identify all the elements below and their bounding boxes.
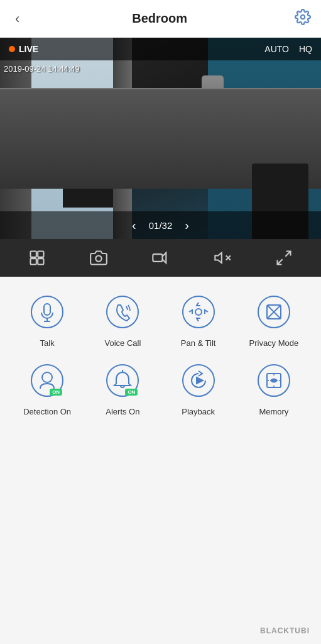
page-title: Bedroom [132,11,187,26]
pan-tilt-button[interactable]: Pan & Tilt [164,292,233,348]
live-right-controls: AUTO HQ [264,44,312,54]
memory-icon-wrap [254,360,294,401]
settings-icon[interactable] [295,9,311,29]
hq-label: HQ [299,44,312,54]
toolbar [0,239,321,277]
pan-tilt-icon-wrap [178,292,219,332]
live-indicator: LIVE [9,44,38,54]
privacy-mode-button[interactable]: Privacy Mode [239,292,308,348]
playback-button[interactable]: Playback [164,360,233,416]
record-button[interactable] [146,244,174,272]
nav-controls: ‹ 01/32 › [0,211,321,239]
fullscreen-button[interactable] [270,244,298,272]
actions-section: Talk Voice Call [0,277,321,426]
svg-rect-3 [31,258,36,264]
memory-button[interactable]: Memory [239,360,308,416]
svg-point-0 [301,14,305,19]
talk-label: Talk [40,338,55,348]
alerts-on-icon-wrap: ON [102,360,143,401]
detection-on-icon-wrap: ON [27,360,67,401]
watermark: BLACKTUBI [260,626,310,635]
snapshot-button[interactable] [85,244,112,272]
svg-line-11 [277,259,282,264]
live-label: LIVE [19,44,38,54]
header: ‹ Bedroom [0,0,321,38]
svg-rect-13 [44,304,50,315]
svg-point-12 [31,296,63,328]
nav-counter: 01/32 [149,220,173,231]
playback-icon-wrap [178,360,219,401]
detection-on-button[interactable]: ON Detection On [13,360,82,416]
prev-button[interactable]: ‹ [132,218,136,233]
camera-feed: LIVE AUTO HQ 2019-09-24 14:44:49 ‹ 01/32… [0,38,321,239]
alerts-on-button[interactable]: ON Alerts On [88,360,157,416]
voice-call-icon-wrap [102,292,143,332]
next-button[interactable]: › [185,218,189,233]
svg-marker-7 [215,253,222,263]
voice-call-button[interactable]: Voice Call [88,292,157,348]
actions-grid: Talk Voice Call [13,292,308,416]
svg-point-18 [195,309,202,315]
svg-rect-2 [38,252,43,257]
svg-line-10 [285,252,290,257]
detection-on-badge: ON [50,389,62,396]
svg-rect-6 [153,254,163,262]
talk-button[interactable]: Talk [13,292,82,348]
pan-tilt-label: Pan & Tilt [181,338,216,348]
timestamp: 2019-09-24 14:44:49 [4,64,80,74]
privacy-mode-icon-wrap [254,292,294,332]
svg-rect-4 [38,258,43,264]
back-button[interactable]: ‹ [10,8,24,30]
svg-point-5 [96,256,102,262]
svg-point-17 [183,296,214,328]
alerts-on-label: Alerts On [106,407,139,416]
live-bar: LIVE AUTO HQ [0,38,321,60]
auto-label: AUTO [264,44,289,54]
privacy-mode-label: Privacy Mode [249,338,299,348]
alerts-on-badge: ON [125,389,138,396]
talk-icon-wrap [27,292,67,332]
svg-rect-1 [31,252,36,257]
svg-point-24 [42,372,52,382]
mute-button[interactable] [209,244,236,272]
live-dot [9,46,15,52]
svg-point-31 [273,379,275,382]
voice-call-label: Voice Call [104,338,141,348]
grid-view-button[interactable] [23,244,51,272]
svg-marker-28 [197,377,203,384]
detection-on-label: Detection On [23,407,71,416]
playback-label: Playback [182,407,215,416]
memory-label: Memory [259,407,288,416]
